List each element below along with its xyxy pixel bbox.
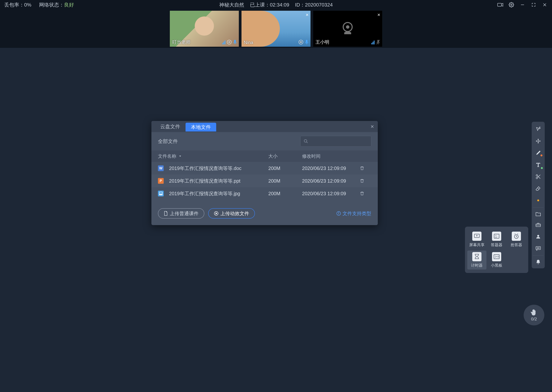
tab-cloud-files[interactable]: 云盘文件	[155, 121, 186, 132]
svg-point-29	[537, 235, 539, 237]
network-status: 网络状态：良好	[39, 1, 74, 8]
svg-point-1	[511, 4, 512, 6]
topbar-center: 神秘大自然 已上课：02:34:09 ID：2020070324	[219, 1, 333, 8]
svg-rect-6	[306, 40, 307, 43]
image-file-icon	[158, 191, 164, 196]
svg-point-31	[537, 248, 538, 248]
quiz-tool[interactable]: A✓B✗ 答题器	[487, 230, 506, 249]
search-input[interactable]	[300, 136, 371, 147]
tab-local-files[interactable]: 本地文件	[186, 123, 216, 132]
svg-point-32	[538, 248, 538, 248]
quiz-icon: A✓B✗	[492, 231, 501, 241]
eraser-tool-icon[interactable]	[533, 183, 544, 194]
minimize-icon[interactable]	[519, 2, 526, 8]
file-row[interactable]: W 2019年工作汇报情况查询等等.doc 200M 2020/06/23 12…	[152, 162, 378, 175]
file-dialog: 云盘文件 本地文件 × 全部文件 文件名称 大小 修改时间 W 2019年工作汇…	[152, 121, 378, 225]
laser-tool-icon[interactable]	[533, 195, 544, 206]
board-icon: 2+3	[492, 252, 501, 261]
close-window-icon[interactable]	[542, 2, 548, 8]
bell-icon[interactable]	[533, 256, 544, 266]
raise-hand-count: 0/2	[531, 317, 537, 322]
svg-point-11	[304, 140, 307, 142]
file-row[interactable]: 2019年工作汇报情况查询等等.jpg 200M 2020/06/23 12:0…	[152, 187, 378, 200]
col-size[interactable]: 大小	[268, 153, 302, 159]
pen-tool-icon[interactable]	[533, 147, 544, 158]
record-icon	[299, 40, 303, 44]
file-name: 2019年工作汇报情况查询等等.doc	[169, 165, 241, 171]
folder-tool-icon[interactable]	[533, 208, 544, 218]
indicator-dot	[541, 167, 543, 169]
table-header: 文件名称 大小 修改时间	[152, 150, 378, 162]
indicator-dot	[540, 154, 542, 156]
file-time: 2020/06/23 12:09:09	[302, 166, 360, 171]
upload-animated-button[interactable]: 上传动效文件	[208, 208, 255, 219]
file-tabs: 云盘文件 本地文件 ×	[152, 121, 378, 132]
camera-off-icon	[339, 20, 356, 37]
mic-on-icon	[233, 39, 237, 45]
buzzer-tool[interactable]: 抢答器	[507, 230, 526, 249]
pointer-tool-icon[interactable]	[533, 124, 544, 134]
document-icon	[164, 211, 168, 216]
file-row[interactable]: P 2019年工作汇报情况查询等等.ppt 200M 2020/06/23 12…	[152, 175, 378, 187]
move-tool-icon[interactable]	[533, 136, 544, 147]
svg-point-20	[540, 127, 540, 127]
topbar-left: 丢包率：0% 网络状态：良好	[4, 1, 74, 8]
close-icon[interactable]: ×	[306, 12, 309, 18]
delete-file-icon[interactable]	[360, 191, 371, 196]
svg-text:B✗: B✗	[495, 236, 497, 238]
close-icon[interactable]: ×	[378, 12, 380, 18]
settings-icon[interactable]	[508, 2, 515, 8]
search-icon	[304, 139, 308, 144]
participant-name: Nina	[244, 40, 253, 45]
file-toolbar: 全部文件	[152, 132, 378, 150]
supported-types-link[interactable]: 文件支持类型	[336, 210, 371, 217]
delete-file-icon[interactable]	[360, 179, 371, 183]
timer-tool[interactable]: 计时器	[467, 251, 487, 269]
alarm-icon	[512, 231, 521, 241]
svg-text:A✓: A✓	[495, 235, 497, 236]
participant-name: 叮当老师	[172, 39, 190, 45]
class-title: 神秘大自然	[219, 1, 244, 8]
participant-name: 王小明	[315, 39, 329, 45]
screen-share-icon	[472, 231, 481, 241]
mic-off-icon	[376, 39, 380, 45]
text-tool-icon[interactable]	[533, 160, 544, 170]
svg-point-33	[539, 248, 539, 248]
svg-point-21	[536, 175, 538, 176]
record-icon	[227, 40, 232, 44]
camera-toggle-icon[interactable]	[497, 2, 503, 8]
svg-rect-0	[498, 3, 501, 6]
file-size: 200M	[268, 178, 302, 184]
delete-file-icon[interactable]	[360, 166, 371, 171]
fullscreen-icon[interactable]	[530, 2, 537, 8]
right-toolbar	[532, 122, 545, 268]
doc-file-icon: W	[158, 165, 164, 171]
toolbox-icon[interactable]	[533, 219, 544, 230]
sort-name[interactable]: 文件名称	[158, 153, 268, 159]
close-icon[interactable]: ×	[370, 123, 374, 130]
col-time[interactable]: 修改时间	[302, 153, 360, 159]
upload-normal-button[interactable]: 上传普通课件	[158, 208, 204, 219]
video-tile-teacher[interactable]: 叮当老师	[170, 11, 239, 47]
all-files-label: 全部文件	[158, 138, 178, 145]
file-size: 200M	[268, 191, 302, 196]
scissors-tool-icon[interactable]	[533, 171, 544, 182]
session-id: ID：2020070324	[295, 1, 333, 8]
play-circle-icon	[214, 211, 218, 216]
video-tile-student[interactable]: × Nina	[241, 11, 311, 47]
mic-on-icon	[305, 39, 309, 45]
svg-point-8	[346, 25, 349, 29]
participants-icon[interactable]	[533, 231, 544, 242]
screen-share-tool[interactable]: 屏幕共享	[467, 230, 487, 249]
video-tile-student[interactable]: × 王小明	[313, 11, 382, 47]
file-size: 200M	[268, 166, 302, 171]
hourglass-icon	[472, 252, 481, 261]
svg-point-25	[537, 199, 539, 201]
top-bar: 丢包率：0% 网络状态：良好 神秘大自然 已上课：02:34:09 ID：202…	[0, 0, 552, 10]
svg-point-22	[536, 177, 538, 179]
mini-board-tool[interactable]: 2+3 小黑板	[487, 251, 506, 269]
raise-hand-button[interactable]: 0/2	[524, 305, 544, 325]
topbar-right	[497, 2, 548, 8]
chat-icon[interactable]	[533, 243, 544, 254]
audio-level-icon	[222, 40, 225, 44]
